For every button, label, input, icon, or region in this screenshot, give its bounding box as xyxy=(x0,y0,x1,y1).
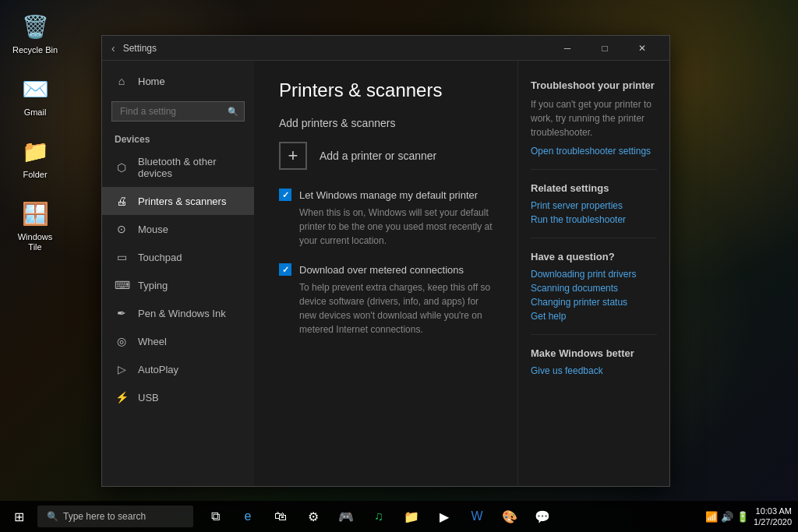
checkbox-default-printer[interactable] xyxy=(279,188,291,201)
file-explorer-icon[interactable]: 📁 xyxy=(396,501,427,532)
minimize-button[interactable]: ─ xyxy=(549,36,585,61)
checkbox-label-1: Let Windows manage my default printer xyxy=(299,189,478,201)
search-icon: 🔍 xyxy=(228,107,238,117)
search-box: 🔍 xyxy=(111,101,245,122)
back-button[interactable]: ‹ xyxy=(111,42,115,55)
sidebar-item-printers[interactable]: 🖨 Printers & scanners xyxy=(102,187,254,215)
terminal-icon[interactable]: ▶ xyxy=(429,501,460,532)
clock-time: 10:03 AM xyxy=(754,506,792,516)
checkbox-setting-1: Let Windows manage my default printer Wh… xyxy=(279,188,493,248)
printers-label: Printers & scanners xyxy=(138,196,226,207)
checkbox-row-1: Let Windows manage my default printer xyxy=(279,188,493,201)
checkbox-metered[interactable] xyxy=(279,263,291,276)
scanning-docs-link[interactable]: Scanning documents xyxy=(531,283,657,294)
windows-better-title: Make Windows better xyxy=(531,347,657,359)
wheel-icon: ◎ xyxy=(115,335,129,347)
right-panel: Troubleshoot your printer If you can't g… xyxy=(517,61,669,486)
taskbar-right: 📶 🔊 🔋 10:03 AM 1/27/2020 xyxy=(705,506,798,528)
sidebar-item-autoplay[interactable]: ▷ AutoPlay xyxy=(102,355,254,383)
sidebar-item-typing[interactable]: ⌨ Typing xyxy=(102,271,254,299)
gmail-label: Gmail xyxy=(24,107,47,118)
taskbar: ⊞ 🔍 Type here to search ⧉ e 🛍 ⚙ 🎮 ♫ 📁 ▶ … xyxy=(0,501,798,532)
window-title: Settings xyxy=(123,43,549,54)
taskbar-app-icons: ⧉ e 🛍 ⚙ 🎮 ♫ 📁 ▶ W 🎨 💬 xyxy=(200,501,558,532)
recycle-bin-icon[interactable]: 🗑️ Recycle Bin xyxy=(8,8,62,58)
autoplay-icon: ▷ xyxy=(115,363,129,375)
battery-icon[interactable]: 🔋 xyxy=(736,511,749,523)
have-question-title: Have a question? xyxy=(531,251,657,262)
start-button[interactable]: ⊞ xyxy=(0,501,37,532)
usb-label: USB xyxy=(138,392,159,403)
pen-icon: ✒ xyxy=(115,307,129,319)
checkbox-desc-2: To help prevent extra charges, keep this… xyxy=(279,280,493,336)
sidebar: ⌂ Home 🔍 Devices ⬡ Bluetooth & other dev… xyxy=(102,61,254,486)
run-troubleshooter-link[interactable]: Run the troubleshooter xyxy=(531,214,657,225)
sidebar-section-devices: Devices xyxy=(102,128,254,148)
settings-icon[interactable]: ⚙ xyxy=(298,501,329,532)
bluetooth-label: Bluetooth & other devices xyxy=(138,156,242,179)
bluetooth-icon: ⬡ xyxy=(115,161,129,174)
divider-2 xyxy=(531,238,657,238)
spotify-icon[interactable]: ♫ xyxy=(363,501,394,532)
store-icon[interactable]: 🛍 xyxy=(265,501,296,532)
paint-icon[interactable]: 🎨 xyxy=(494,501,525,532)
window-content: ⌂ Home 🔍 Devices ⬡ Bluetooth & other dev… xyxy=(102,61,669,486)
typing-icon: ⌨ xyxy=(115,279,129,291)
home-label: Home xyxy=(138,76,165,87)
maximize-button[interactable]: □ xyxy=(587,36,623,61)
xbox-icon[interactable]: 🎮 xyxy=(330,501,362,532)
sidebar-item-touchpad[interactable]: ▭ Touchpad xyxy=(102,243,254,271)
open-troubleshooter-link[interactable]: Open troubleshooter settings xyxy=(531,146,657,157)
sidebar-item-usb[interactable]: ⚡ USB xyxy=(102,383,254,411)
checkbox-desc-1: When this is on, Windows will set your d… xyxy=(279,206,493,248)
troubleshoot-text: If you can't get your printer to work, t… xyxy=(531,97,657,139)
close-button[interactable]: ✕ xyxy=(624,36,660,61)
downloading-drivers-link[interactable]: Downloading print drivers xyxy=(531,269,657,280)
page-title: Printers & scanners xyxy=(279,79,493,101)
checkbox-row-2: Download over metered connections xyxy=(279,263,493,276)
taskbar-clock[interactable]: 10:03 AM 1/27/2020 xyxy=(754,506,792,528)
get-help-link[interactable]: Get help xyxy=(531,311,657,322)
task-view-icon[interactable]: ⧉ xyxy=(200,501,231,532)
related-settings-title: Related settings xyxy=(531,182,657,194)
taskbar-search-icon: 🔍 xyxy=(47,511,58,522)
edge-icon[interactable]: e xyxy=(232,501,263,532)
tile-label: Windows Tile xyxy=(11,232,59,252)
sidebar-item-wheel[interactable]: ◎ Wheel xyxy=(102,327,254,355)
add-printer-button[interactable]: + xyxy=(279,142,307,170)
typing-label: Typing xyxy=(138,280,168,291)
network-icon[interactable]: 📶 xyxy=(705,511,718,523)
add-printer-row: + Add a printer or scanner xyxy=(279,142,493,170)
wheel-label: Wheel xyxy=(138,336,167,347)
troubleshoot-title: Troubleshoot your printer xyxy=(531,79,657,91)
add-printer-label: Add a printer or scanner xyxy=(320,150,436,162)
search-input[interactable] xyxy=(111,101,245,122)
changing-status-link[interactable]: Changing printer status xyxy=(531,297,657,308)
touchpad-label: Touchpad xyxy=(138,252,182,263)
usb-icon: ⚡ xyxy=(115,391,129,403)
sidebar-item-mouse[interactable]: ⊙ Mouse xyxy=(102,215,254,243)
volume-icon[interactable]: 🔊 xyxy=(721,511,733,523)
checkbox-setting-2: Download over metered connections To hel… xyxy=(279,263,493,336)
title-bar: ‹ Settings ─ □ ✕ xyxy=(102,36,669,61)
feedback-link[interactable]: Give us feedback xyxy=(531,365,657,376)
autoplay-label: AutoPlay xyxy=(138,364,178,375)
printer-icon: 🖨 xyxy=(115,195,129,207)
sidebar-item-home[interactable]: ⌂ Home xyxy=(102,67,254,95)
discord-icon[interactable]: 💬 xyxy=(527,501,558,532)
clock-date: 1/27/2020 xyxy=(754,516,792,527)
add-section-title: Add printers & scanners xyxy=(279,117,493,129)
sidebar-item-bluetooth[interactable]: ⬡ Bluetooth & other devices xyxy=(102,148,254,187)
folder-icon[interactable]: 📁 Folder xyxy=(8,132,62,183)
folder-label: Folder xyxy=(23,170,47,180)
taskbar-search-box[interactable]: 🔍 Type here to search xyxy=(37,506,193,527)
gmail-icon[interactable]: ✉️ Gmail xyxy=(8,70,62,121)
touchpad-icon: ▭ xyxy=(115,251,129,263)
word-icon[interactable]: W xyxy=(461,501,493,532)
checkbox-label-2: Download over metered connections xyxy=(299,264,464,276)
print-server-link[interactable]: Print server properties xyxy=(531,200,657,211)
sidebar-item-pen[interactable]: ✒ Pen & Windows Ink xyxy=(102,299,254,327)
mouse-label: Mouse xyxy=(138,224,168,235)
tile-icon[interactable]: 🪟 Windows Tile xyxy=(8,195,62,255)
settings-window: ‹ Settings ─ □ ✕ ⌂ Home 🔍 Devices xyxy=(101,35,670,487)
